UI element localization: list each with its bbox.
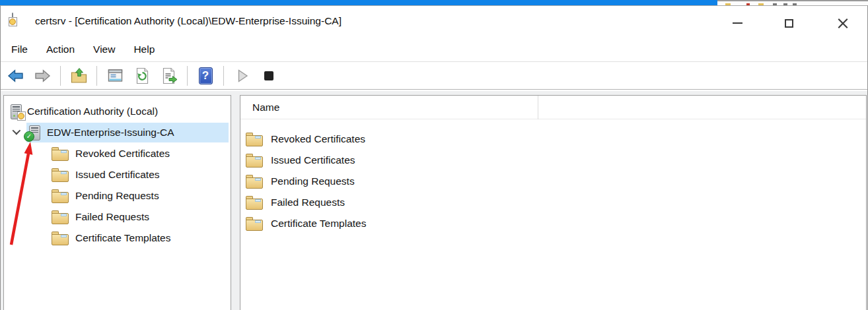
column-separator[interactable] — [538, 96, 538, 119]
list-item-label: Issued Certificates — [271, 154, 355, 166]
show-console-tree-button[interactable] — [106, 67, 124, 85]
tree-item-issued-certificates[interactable]: Issued Certificates — [4, 164, 231, 185]
folder-icon — [246, 175, 263, 189]
refresh-button[interactable] — [133, 67, 151, 85]
folder-icon — [246, 154, 263, 168]
results-list: Revoked Certificates Issued Certificates… — [240, 119, 866, 234]
tree-item-edw-enterprise-issuing-ca[interactable]: ✓ EDW-Enterprise-Issuing-CA — [4, 122, 231, 143]
column-header-name[interactable]: Name — [252, 102, 279, 113]
tree-item-pending-requests[interactable]: Pending Requests — [4, 185, 231, 206]
folder-icon — [52, 232, 69, 245]
ca-server-icon: ✓ — [29, 125, 40, 140]
forward-button[interactable] — [33, 67, 52, 85]
certificate-icon — [9, 17, 17, 26]
folder-icon — [246, 217, 263, 231]
tree-item-revoked-certificates[interactable]: Revoked Certificates — [4, 143, 231, 164]
list-item-revoked-certificates[interactable]: Revoked Certificates — [240, 129, 866, 150]
title-bar: certsrv - [Certification Authority (Loca… — [1, 6, 867, 38]
certification-authority-icon — [11, 104, 22, 119]
menu-action[interactable]: Action — [46, 44, 75, 55]
certificate-icon — [17, 111, 26, 121]
help-icon: ? — [199, 67, 213, 84]
list-header[interactable]: Name — [240, 96, 866, 119]
toolbar-separator — [187, 66, 188, 86]
list-item-label: Certificate Templates — [271, 218, 366, 230]
console-tree-pane: Certification Authority (Local) ✓ EDW-En… — [3, 95, 231, 310]
folder-icon — [52, 168, 69, 182]
maximize-button[interactable] — [774, 10, 803, 36]
forward-arrow-icon — [34, 67, 52, 84]
list-item-label: Pending Requests — [271, 175, 355, 187]
toolbar-separator — [223, 66, 224, 86]
export-list-icon — [161, 67, 178, 84]
list-item-issued-certificates[interactable]: Issued Certificates — [240, 150, 866, 171]
toolbar-separator — [96, 66, 97, 86]
tree-item-failed-requests[interactable]: Failed Requests — [4, 206, 231, 228]
start-service-icon — [233, 67, 251, 84]
back-button[interactable] — [6, 67, 24, 85]
background-window-strip-right — [717, 0, 868, 5]
toolbar: ? — [1, 61, 867, 90]
tree-item-certification-authority[interactable]: Certification Authority (Local) — [4, 101, 231, 122]
stop-service-button[interactable] — [260, 67, 278, 85]
minimize-icon — [733, 22, 742, 24]
back-arrow-icon — [7, 67, 24, 84]
tree-item-certificate-templates[interactable]: Certificate Templates — [4, 228, 231, 249]
stop-service-icon — [264, 71, 273, 80]
help-button[interactable]: ? — [196, 67, 215, 85]
folder-icon — [246, 196, 263, 210]
start-service-button[interactable] — [233, 67, 251, 85]
list-item-failed-requests[interactable]: Failed Requests — [240, 192, 866, 213]
results-pane: Name Revoked Certificates Issued Certifi… — [240, 95, 867, 310]
chevron-down-icon[interactable] — [13, 127, 21, 135]
tree-item-label: Certification Authority (Local) — [27, 106, 158, 117]
menu-view[interactable]: View — [93, 44, 115, 55]
close-button[interactable] — [828, 10, 857, 36]
menu-bar: File Action View Help — [1, 38, 867, 61]
background-window-strip — [0, 0, 717, 5]
tree-item-label: Revoked Certificates — [75, 148, 170, 160]
close-icon — [838, 18, 848, 28]
up-one-level-icon — [70, 67, 88, 84]
tree-item-label: Pending Requests — [75, 190, 159, 202]
list-item-label: Failed Requests — [271, 197, 345, 208]
workspace: Certification Authority (Local) ✓ EDW-En… — [1, 91, 867, 310]
minimize-button[interactable] — [723, 10, 752, 36]
maximize-icon — [785, 19, 793, 28]
console-tree: Certification Authority (Local) ✓ EDW-En… — [4, 96, 231, 249]
list-item-pending-requests[interactable]: Pending Requests — [240, 171, 866, 192]
folder-icon — [52, 210, 69, 224]
folder-icon — [52, 189, 69, 203]
menu-file[interactable]: File — [11, 44, 28, 55]
tree-item-label: Failed Requests — [75, 211, 149, 223]
list-item-label: Revoked Certificates — [271, 133, 365, 145]
tree-item-label: Certificate Templates — [75, 232, 170, 244]
folder-icon — [52, 147, 69, 161]
menu-help[interactable]: Help — [133, 44, 155, 55]
ca-running-check-icon: ✓ — [24, 131, 34, 142]
list-item-certificate-templates[interactable]: Certificate Templates — [240, 213, 866, 234]
window-title: certsrv - [Certification Authority (Loca… — [35, 15, 342, 27]
certsrv-window: certsrv - [Certification Authority (Loca… — [0, 5, 868, 310]
tree-item-label: Issued Certificates — [75, 169, 160, 181]
tree-item-label: EDW-Enterprise-Issuing-CA — [47, 127, 174, 139]
refresh-icon — [133, 67, 151, 84]
show-console-tree-icon — [106, 67, 124, 84]
export-list-button[interactable] — [160, 67, 178, 85]
toolbar-separator — [60, 66, 61, 86]
certsrv-app-icon — [12, 13, 13, 25]
up-one-level-button[interactable] — [69, 67, 88, 85]
folder-icon — [246, 133, 263, 146]
